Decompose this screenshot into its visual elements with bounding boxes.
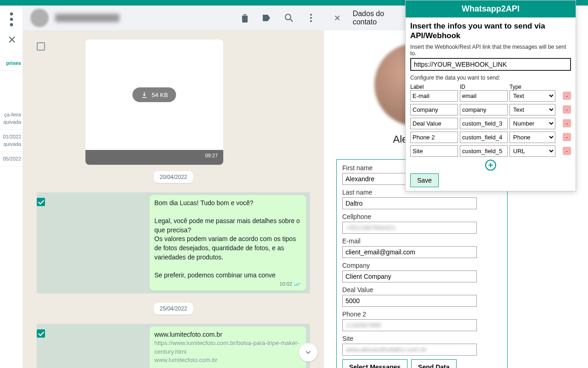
row-label-input[interactable] — [410, 132, 458, 143]
list-item[interactable]: 05/2022 — [0, 152, 23, 167]
row-id-input[interactable] — [460, 145, 508, 157]
field-label: Deal Value — [342, 286, 502, 293]
scroll-down-button[interactable] — [299, 343, 317, 362]
list-item[interactable]: 01/2022 quivada — [0, 130, 23, 152]
svg-point-5 — [310, 17, 312, 19]
add-row-button[interactable] — [485, 160, 496, 171]
row-label-input[interactable] — [410, 90, 458, 102]
last-name-input[interactable] — [342, 197, 477, 209]
list-item[interactable]: prises — [0, 51, 23, 71]
svg-point-0 — [10, 12, 13, 16]
svg-point-6 — [310, 20, 312, 22]
svg-point-1 — [10, 18, 13, 21]
row-label-input[interactable] — [410, 118, 458, 129]
email-input[interactable] — [342, 246, 477, 258]
chat-header — [23, 6, 324, 30]
avatar[interactable] — [30, 9, 49, 27]
more-icon[interactable] — [305, 12, 317, 23]
svg-point-4 — [310, 14, 312, 16]
message-time: 10:02 — [279, 281, 292, 288]
row-label-input[interactable] — [410, 104, 458, 115]
delete-row-button[interactable]: - — [563, 105, 571, 114]
delete-row-button[interactable]: - — [563, 147, 571, 155]
panel-title: Dados do contato — [353, 10, 397, 26]
delete-row-button[interactable]: - — [563, 92, 571, 100]
row-label-input[interactable] — [410, 145, 458, 157]
tag-icon[interactable] — [261, 12, 272, 23]
config-row: Phone- — [410, 132, 571, 143]
field-label: Phone 2 — [342, 310, 502, 318]
message-checkbox[interactable] — [37, 42, 45, 51]
row-type-select[interactable]: URL — [509, 145, 555, 157]
extension-heading: Insert the infos you want to send via AP… — [410, 21, 571, 41]
webhook-url-input[interactable] — [410, 58, 571, 71]
search-icon[interactable] — [283, 12, 294, 23]
field-label: E-mail — [342, 237, 502, 245]
send-data-button[interactable]: Send Data — [411, 359, 456, 368]
row-id-input[interactable] — [460, 104, 508, 115]
config-hint: Configure the data you want to send: — [410, 75, 571, 81]
message-time: 09:27 — [85, 150, 223, 165]
message-row[interactable]: www.lumitecfoto.com.br https://www.lumit… — [37, 324, 310, 368]
extension-title: Whatsapp2API — [406, 0, 576, 17]
download-button[interactable]: 54 KB — [132, 87, 176, 102]
message-bubble: Bom dia Lucas! Tudo bom e você? Legal, v… — [150, 195, 306, 291]
cellphone-input[interactable] — [342, 222, 477, 234]
contact-panel-header: Dados do contato — [324, 6, 407, 30]
row-id-input[interactable] — [460, 90, 508, 102]
delete-row-button[interactable]: - — [563, 119, 571, 127]
field-label: Cellphone — [342, 213, 502, 220]
message-row[interactable]: Bom dia Lucas! Tudo bom e você? Legal, v… — [37, 192, 310, 293]
date-separator: 25/04/2022 — [154, 303, 192, 315]
url-hint: Insert the Webhook/Rest API link that th… — [410, 44, 571, 57]
menu-icon[interactable] — [2, 10, 21, 29]
chat-contact-name — [55, 14, 119, 22]
row-id-input[interactable] — [460, 132, 508, 143]
row-type-select[interactable]: Text — [509, 90, 555, 102]
column-headers: LabelIDType — [410, 84, 571, 90]
field-label: Site — [342, 335, 502, 342]
config-row: Number- — [410, 118, 571, 129]
company-input[interactable] — [342, 270, 477, 282]
chat-list-fragment: prises ça-feira quivada 01/2022 quivada … — [0, 51, 23, 167]
svg-point-3 — [285, 14, 291, 20]
message-bubble: www.lumitecfoto.com.br https://www.lumit… — [150, 327, 306, 368]
date-separator: 20/04/2022 — [154, 171, 192, 183]
save-button[interactable]: Save — [410, 173, 439, 187]
row-id-input[interactable] — [460, 118, 508, 129]
field-label: Company — [342, 262, 502, 269]
message-checkbox[interactable] — [37, 198, 45, 206]
chat-messages-area: 54 KB 09:27 20/04/2022 Bom dia Lucas! Tu… — [23, 30, 324, 368]
site-input[interactable] — [342, 344, 477, 356]
close-icon[interactable] — [333, 12, 342, 23]
config-row: Text- — [410, 90, 571, 102]
list-item[interactable]: ça-feira quivada — [0, 108, 23, 130]
row-type-select[interactable]: Number — [509, 118, 555, 129]
svg-point-2 — [10, 23, 13, 26]
delete-icon[interactable] — [239, 12, 250, 23]
extension-popup: Whatsapp2API Insert the infos you want t… — [405, 0, 576, 191]
phone2-input[interactable] — [342, 319, 477, 331]
close-icon[interactable] — [6, 34, 17, 45]
row-type-select[interactable]: Phone — [509, 132, 555, 143]
delete-row-button[interactable]: - — [563, 133, 571, 141]
message-checkbox[interactable] — [37, 329, 45, 338]
select-messages-button[interactable]: Select Messages — [342, 359, 407, 368]
image-message[interactable]: 54 KB 09:27 — [85, 40, 223, 165]
row-type-select[interactable]: Text — [509, 104, 555, 115]
config-row: Text- — [410, 104, 571, 115]
file-size: 54 KB — [152, 92, 168, 98]
config-row: URL- — [410, 145, 571, 157]
deal-value-input[interactable] — [342, 295, 477, 307]
